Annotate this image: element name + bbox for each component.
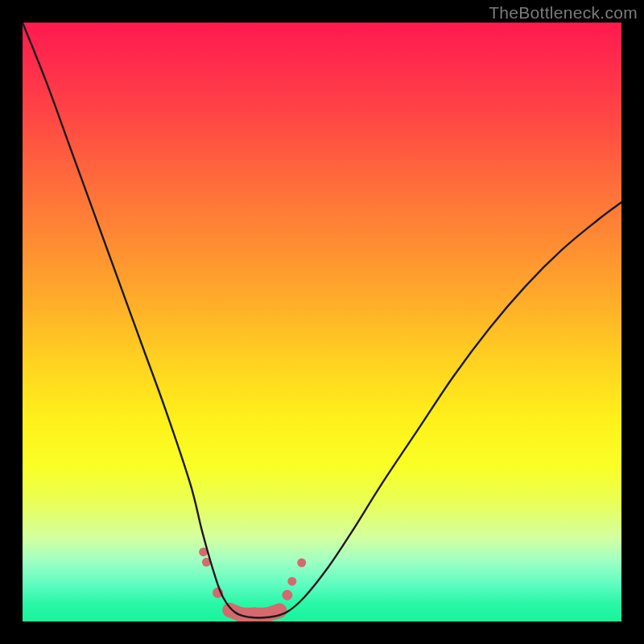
valley-dot	[287, 577, 296, 586]
bottleneck-curve	[23, 23, 621, 618]
valley-dot	[297, 559, 306, 568]
valley-dot	[282, 590, 292, 601]
watermark-text: TheBottleneck.com	[489, 3, 638, 23]
chart-frame: TheBottleneck.com	[0, 0, 644, 644]
plot-area	[23, 23, 621, 621]
curve-layer	[23, 23, 621, 621]
